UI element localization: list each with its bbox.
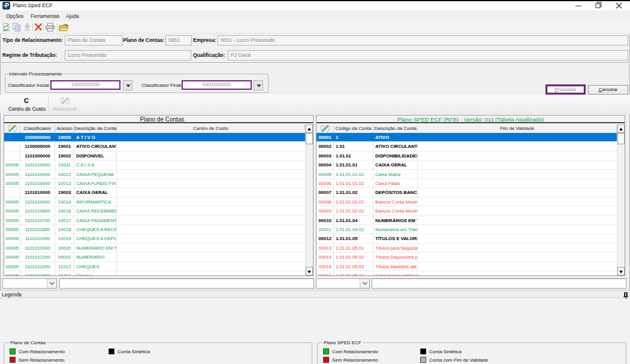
- svg-text:P: P: [5, 2, 9, 9]
